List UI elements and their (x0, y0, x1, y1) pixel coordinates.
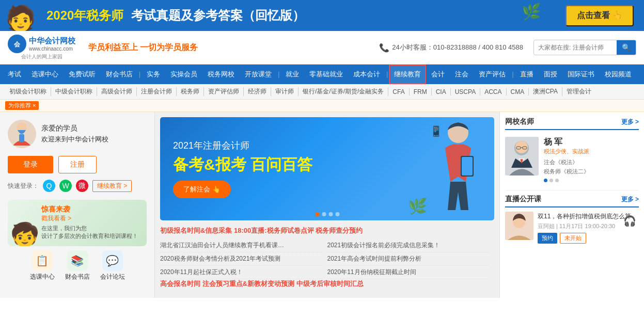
logo: 会 中华会计网校 www.chinaacc.com 会计人的网上家园 (8, 35, 75, 60)
headphone-icon[interactable]: 🎧 (623, 215, 636, 227)
news-item-3[interactable]: 2020税务师财会考情分析及2021年考试预测 (160, 252, 322, 266)
teacher-dot-2[interactable] (549, 179, 553, 182)
news-bottom-headline: 高会报名时间 注会预习重点&新教材变动预测 中级考后审核时间汇总 (160, 279, 494, 289)
search-input[interactable] (534, 41, 617, 54)
teacher-dot-1[interactable] (544, 179, 547, 182)
sub-nav-cfa[interactable]: CFA (388, 88, 409, 95)
nav-item-jixu[interactable]: 继续教育 (389, 65, 426, 84)
carousel-cta-button[interactable]: 了解注会 👆 (173, 181, 231, 198)
news-item-5[interactable]: 2020年11月起社保正式入税！ (160, 266, 322, 279)
register-button[interactable]: 注册 (58, 156, 97, 173)
teacher-dot-3[interactable] (555, 179, 559, 182)
nav-item-zichan[interactable]: 资产评估 (474, 65, 511, 84)
nav-item-kaifang[interactable]: 开放课堂 (240, 65, 277, 84)
course-icon: 📋 (32, 250, 53, 271)
rec-tag[interactable]: 为你推荐 × (5, 101, 39, 110)
promo-desc: 在这里，我们为您设计了多层次的会计教育和培训课程！ (41, 225, 142, 241)
news-item-1[interactable]: 湖北省江汉油田会计人员继续教育手机看课… (160, 239, 322, 252)
center-content: 2021年注册会计师 备考&报考 百问百答 了解注会 👆 (155, 112, 499, 298)
news-section: 初级报名时间&信息采集 18:00直播:税务师试卷点评 税务师查分预约 湖北省江… (160, 226, 494, 289)
teachers-more-link[interactable]: 更多 > (621, 118, 639, 126)
banner-carousel: 2021年注册会计师 备考&报考 百问百答 了解注会 👆 (160, 117, 494, 220)
nav-item-shiwu[interactable]: 实务 (142, 65, 165, 84)
nav-item-mianfei[interactable]: 免费试听 (64, 65, 101, 84)
nav-item-jichu[interactable]: 零基础就业 (304, 65, 348, 84)
book-store-icon[interactable]: 📚 财会书店 (65, 250, 90, 281)
sub-nav-cma[interactable]: CMA (507, 88, 529, 95)
nav-item-zhibo[interactable]: 直播 (515, 65, 539, 84)
sub-nav-jingji[interactable]: 经济师 (244, 87, 271, 96)
carousel-dot-2[interactable] (322, 212, 326, 216)
sub-nav-uscpa[interactable]: USCPA (451, 88, 480, 95)
news-col-2-2: 2021年高会考试时间提前利弊分析 (327, 252, 495, 266)
teachers-title: 网校名师 更多 > (505, 117, 639, 130)
sub-nav-shuiwu[interactable]: 税务师 (177, 87, 204, 96)
login-button[interactable]: 登录 (8, 156, 53, 173)
sub-nav-frm[interactable]: FRM (410, 88, 432, 95)
search-bar: 🔍 (533, 40, 636, 55)
nav-item-mianshou[interactable]: 面授 (539, 65, 562, 84)
nav-item-xiaoyuan[interactable]: 校园频道 (600, 65, 637, 84)
nav-divider-2: | (277, 71, 280, 78)
nav-item-kaoshi[interactable]: 考试 (3, 65, 26, 84)
nav-item-jiuye[interactable]: 就业 (280, 65, 304, 84)
sub-nav-chuji[interactable]: 初级会计职称 (5, 87, 51, 96)
main-content: 亲爱的学员 欢迎来到中华会计网校 登录 注册 快速登录： Q W 微 继续教育 … (0, 112, 644, 298)
news-col-1-2: 2021初级会计报名前必须完成信息采集！ (327, 239, 495, 252)
sub-nav-shenji[interactable]: 审计师 (271, 87, 299, 96)
course-center-icon[interactable]: 📋 选课中心 (30, 250, 55, 281)
live-host: 豆阿姐 (538, 223, 555, 229)
sina-login-button[interactable]: 微 (76, 180, 88, 192)
forum-icon[interactable]: 💬 会计论坛 (100, 250, 125, 281)
jixu-jiaoyu-button[interactable]: 继续教育 > (92, 180, 132, 192)
logo-tagline: 会计人的网上家园 (21, 53, 62, 60)
qq-login-button[interactable]: Q (43, 180, 55, 192)
news-item-4[interactable]: 2021年高会考试时间提前利弊分析 (327, 252, 490, 266)
sub-nav-cia[interactable]: CIA (432, 88, 451, 95)
carousel-dot-1[interactable] (315, 212, 319, 216)
live-reserve-button[interactable]: 预约 (538, 233, 557, 244)
sub-nav-gaoji[interactable]: 高级会计师 (97, 87, 137, 96)
promo-link[interactable]: 戳我看看 > (41, 214, 142, 223)
carousel-dot-3[interactable] (328, 212, 333, 216)
news-headline: 初级报名时间&信息采集 18:00直播:税务师试卷点评 税务师查分预约 (160, 226, 494, 236)
sub-nav-yinhang[interactable]: 银行/基金/证券/期货/金融实务 (299, 87, 388, 96)
carousel-dot-4[interactable] (335, 212, 339, 216)
teacher-name: 杨 军 (544, 137, 639, 148)
promo-title: 惊喜来袭 (41, 205, 142, 214)
book-icon: 📚 (67, 250, 88, 271)
search-button[interactable]: 🔍 (617, 40, 636, 55)
sub-navigation: 初级会计职称 中级会计职称 高级会计师 注册会计师 税务师 资产评估师 经济师 … (0, 84, 644, 100)
svg-text:会: 会 (13, 41, 21, 48)
carousel-dots (315, 212, 339, 216)
teacher-course-1: 注会《税法》 (544, 158, 639, 167)
header: 会 中华会计网校 www.chinaacc.com 会计人的网上家园 学员利益至… (0, 31, 644, 65)
news-item-6[interactable]: 2020年11月份纳税征期截止时间 (327, 266, 490, 279)
nav-item-shicao[interactable]: 实操会员 (165, 65, 202, 84)
nav-item-zhuhui[interactable]: 注会 (450, 65, 474, 84)
right-sidebar: 网校名师 更多 > (499, 112, 644, 298)
teachers-section: 网校名师 更多 > (505, 117, 639, 185)
teacher-photo (505, 137, 539, 175)
live-status-button[interactable]: 未开始 (560, 233, 586, 244)
main-navigation: 考试 选课中心 免费试听 财会书店 | 实务 实操会员 税务网校 开放课堂 | … (0, 65, 644, 84)
nav-item-shudian[interactable]: 财会书店 (101, 65, 138, 84)
forum-chat-icon: 💬 (102, 250, 123, 271)
sub-nav-zhuhui[interactable]: 注册会计师 (137, 87, 177, 96)
sub-nav-zhongji[interactable]: 中级会计职称 (51, 87, 97, 96)
banner-cta-button[interactable]: 点击查看 👆 (566, 5, 634, 26)
sub-nav-auscpa[interactable]: 澳洲CPA (529, 87, 562, 96)
nav-item-kuaiji[interactable]: 会计 (426, 65, 450, 84)
nav-item-chengben[interactable]: 成本会计 (348, 65, 385, 84)
sub-nav-guanli[interactable]: 管理会计 (562, 87, 595, 96)
live-more-link[interactable]: 更多 > (621, 195, 639, 204)
nav-item-shuiwu[interactable]: 税务网校 (202, 65, 240, 84)
nav-item-guoji[interactable]: 国际证书 (562, 65, 600, 84)
news-item-2[interactable]: 2021初级会计报名前必须完成信息采集！ (327, 239, 490, 252)
sub-nav-zichan[interactable]: 资产评估师 (204, 87, 244, 96)
sub-nav-acca[interactable]: ACCA (480, 88, 506, 95)
wechat-login-button[interactable]: W (59, 180, 72, 192)
nav-item-xuanke[interactable]: 选课中心 (26, 65, 64, 84)
news-col-1-1: 湖北省江汉油田会计人员继续教育手机看课… (160, 239, 327, 252)
svg-rect-7 (462, 157, 473, 175)
